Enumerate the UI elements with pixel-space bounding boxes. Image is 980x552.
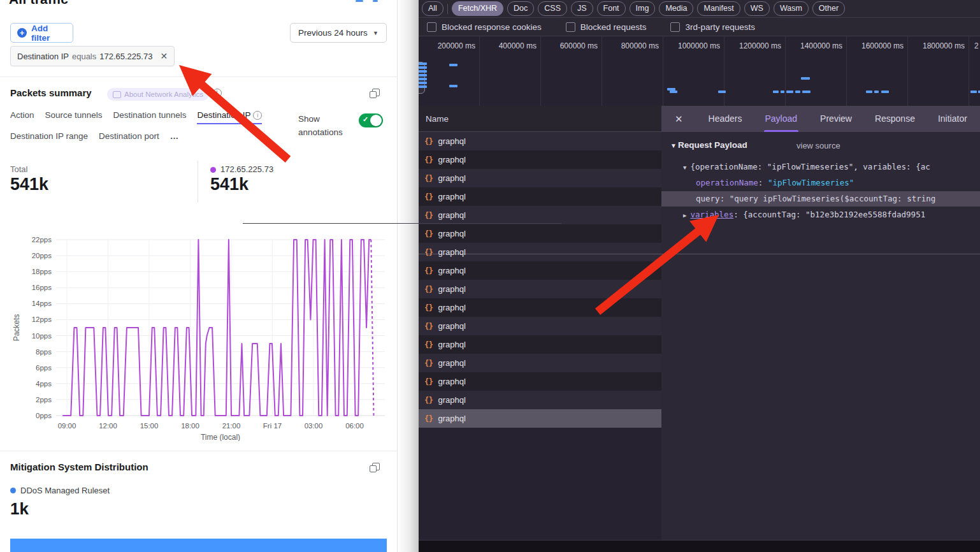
- resource-filter-js[interactable]: JS: [571, 1, 593, 16]
- resource-filter-css[interactable]: CSS: [538, 1, 567, 16]
- clock-icon: [213, 89, 222, 98]
- stat-total-value: 541k: [10, 175, 48, 194]
- svg-text:15:00: 15:00: [140, 422, 159, 430]
- tab-action[interactable]: Action: [10, 110, 34, 124]
- request-row[interactable]: {}graphql: [419, 169, 661, 187]
- timeline-tick-label: 400000 ms: [482, 41, 537, 50]
- checkbox-label: 3rd-party requests: [685, 22, 755, 32]
- timeline-gridline: [969, 36, 969, 106]
- payload-tree-line[interactable]: ▼{operationName: "ipFlowTimeseries", var…: [661, 159, 980, 175]
- request-name: graphql: [438, 395, 465, 405]
- network-overview-timeline[interactable]: 200000 ms400000 ms600000 ms800000 ms1000…: [419, 36, 980, 106]
- name-column-header[interactable]: Name: [419, 106, 661, 132]
- screenshot-seam-line: [419, 254, 980, 254]
- check-icon: ✓: [363, 115, 368, 124]
- tree-expander-icon[interactable]: ▶: [683, 212, 686, 219]
- json-braces-icon: {}: [424, 303, 433, 312]
- request-row[interactable]: {}graphql: [419, 372, 661, 391]
- payload-segment: "ipFlowTimeseries": [768, 178, 854, 187]
- packets-timeseries-chart[interactable]: 0pps2pps4pps6pps8pps10pps12pps14pps16pps…: [4, 229, 394, 441]
- request-row[interactable]: {}graphql: [419, 243, 661, 261]
- request-row[interactable]: {}graphql: [419, 224, 661, 243]
- resource-filter-all[interactable]: All: [422, 1, 443, 16]
- more-tabs-button[interactable]: …: [170, 131, 180, 145]
- name-header-label: Name: [426, 114, 449, 124]
- svg-text:4pps: 4pps: [36, 380, 52, 388]
- request-name: graphql: [438, 340, 465, 349]
- time-range-label: Previous 24 hours: [298, 28, 368, 38]
- payload-tree-line[interactable]: ▶variables: {accountTag: "b12e3b2192ee55…: [661, 207, 980, 222]
- add-filter-button[interactable]: + Add filter: [10, 23, 73, 43]
- payload-tree-line[interactable]: query: "query ipFlowTimeseries($accountT…: [661, 191, 980, 207]
- request-name: graphql: [438, 284, 465, 294]
- request-row[interactable]: {}graphql: [419, 132, 661, 150]
- checkbox-3rd-party-requests[interactable]: 3rd-party requests: [670, 22, 755, 32]
- time-range-dropdown[interactable]: Previous 24 hours ▼: [290, 23, 387, 43]
- view-source-link[interactable]: view source: [796, 141, 840, 150]
- details-tab-initiator[interactable]: Initiator: [938, 106, 967, 132]
- request-row[interactable]: {}graphql: [419, 354, 661, 372]
- request-row[interactable]: {}graphql: [419, 317, 661, 335]
- request-row[interactable]: {}graphql: [419, 335, 661, 354]
- tab-destination-port[interactable]: Destination port: [99, 131, 159, 145]
- expand-panel-icon[interactable]: [372, 463, 380, 470]
- expand-panel-icon[interactable]: [372, 89, 380, 96]
- request-row[interactable]: {}graphql: [419, 280, 661, 298]
- panel-gutter: [398, 0, 419, 552]
- checkbox-blocked-response-cookies[interactable]: Blocked response cookies: [427, 22, 542, 32]
- close-details-icon[interactable]: ✕: [675, 113, 683, 125]
- resource-filter-manifest[interactable]: Manifest: [697, 1, 740, 16]
- json-braces-icon: {}: [424, 248, 433, 257]
- details-tab-preview[interactable]: Preview: [820, 106, 852, 132]
- resource-filter-doc[interactable]: Doc: [507, 1, 534, 16]
- checkbox-label: Blocked response cookies: [442, 22, 542, 32]
- resource-filter-img[interactable]: Img: [630, 1, 656, 16]
- resource-filter-bar: AllFetch/XHRDocCSSJSFontImgMediaManifest…: [419, 0, 980, 18]
- tab-destination-tunnels[interactable]: Destination tunnels: [113, 110, 187, 124]
- request-row[interactable]: {}graphql: [419, 409, 661, 428]
- request-row[interactable]: {}graphql: [419, 206, 661, 224]
- remove-filter-icon[interactable]: ✕: [160, 51, 168, 61]
- section-divider: [0, 451, 397, 451]
- tab-destination-ip-range[interactable]: Destination IP range: [10, 131, 88, 145]
- filter-value: 172.65.225.73: [99, 52, 152, 61]
- request-row[interactable]: {}graphql: [419, 150, 661, 169]
- request-payload-title[interactable]: ▼Request Payload: [670, 140, 747, 150]
- request-timing-mark: [795, 91, 800, 93]
- checkbox-icon: [670, 22, 680, 32]
- resource-filter-ws[interactable]: WS: [744, 1, 770, 16]
- request-name: graphql: [438, 155, 465, 164]
- timeline-tick-label: 1800000 ms: [910, 41, 965, 50]
- details-tab-headers[interactable]: Headers: [709, 106, 742, 132]
- tree-expander-icon[interactable]: ▼: [683, 164, 686, 171]
- resource-filter-media[interactable]: Media: [659, 1, 693, 16]
- request-row[interactable]: {}graphql: [419, 261, 661, 280]
- resource-filter-fetch-xhr[interactable]: Fetch/XHR: [452, 1, 503, 16]
- filter-chip[interactable]: Destination IP equals 172.65.225.73 ✕: [10, 46, 175, 66]
- request-row[interactable]: {}graphql: [419, 187, 661, 206]
- show-annotations-toggle[interactable]: ✓: [359, 113, 383, 127]
- resource-filter-font[interactable]: Font: [597, 1, 626, 16]
- checkbox-blocked-requests[interactable]: Blocked requests: [566, 22, 647, 32]
- request-list: Name {}graphql{}graphql{}graphql{}graphq…: [419, 106, 661, 540]
- request-details-panel: ✕HeadersPayloadPreviewResponseInitiator …: [661, 106, 980, 540]
- tab-destination-ip[interactable]: Destination IPi: [197, 110, 262, 124]
- details-tab-response[interactable]: Response: [875, 106, 915, 132]
- payload-tree-line[interactable]: operationName: "ipFlowTimeseries": [661, 175, 980, 191]
- mitigation-bar[interactable]: [10, 539, 387, 552]
- svg-text:21:00: 21:00: [222, 422, 241, 430]
- request-timing-mark: [449, 64, 458, 66]
- resource-filter-wasm[interactable]: Wasm: [774, 1, 809, 16]
- timeline-tick-label: 800000 ms: [604, 41, 659, 50]
- request-row[interactable]: {}graphql: [419, 391, 661, 409]
- about-network-analytics-badge[interactable]: About Network Analytics: [107, 88, 209, 101]
- checkbox-label: Blocked requests: [580, 22, 647, 32]
- request-name: graphql: [438, 192, 465, 201]
- payload-segment: operationName: [696, 178, 758, 187]
- resource-filter-other[interactable]: Other: [812, 1, 845, 16]
- details-tab-payload[interactable]: Payload: [765, 106, 798, 132]
- tab-source-tunnels[interactable]: Source tunnels: [45, 110, 103, 124]
- timeline-gridline: [663, 36, 663, 106]
- request-row[interactable]: {}graphql: [419, 298, 661, 317]
- svg-text:09:00: 09:00: [58, 422, 76, 430]
